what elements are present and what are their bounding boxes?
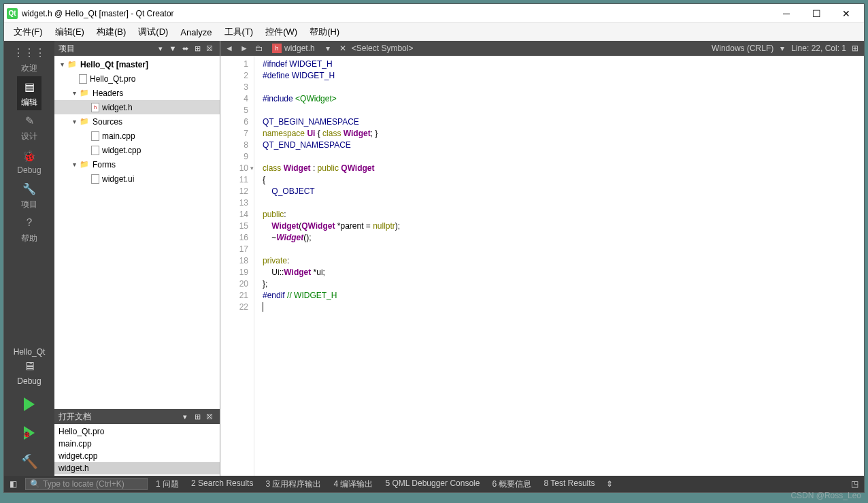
build-button[interactable]: 🔨 xyxy=(4,447,54,476)
expand-arrow-icon[interactable]: ▾ xyxy=(69,161,79,168)
code-line[interactable]: ~Widget(); xyxy=(263,232,864,244)
split-icon[interactable]: ⊞ xyxy=(191,412,203,421)
tree-item[interactable]: main.cpp xyxy=(54,129,220,143)
close-panel-icon[interactable]: ☒ xyxy=(203,44,216,53)
menu-item[interactable]: Analyze xyxy=(175,25,217,40)
progress-icon[interactable]: ◳ xyxy=(848,479,861,489)
link-icon[interactable]: ⬌ xyxy=(179,44,191,53)
mode-selector: ⋮⋮⋮欢迎▤编辑✎设计🐞Debug🔧项目？帮助 Hello_Qt 🖥 Debug… xyxy=(4,41,54,476)
mode-项目[interactable]: 🔧项目 xyxy=(17,178,41,212)
code-line[interactable]: QT_BEGIN_NAMESPACE xyxy=(263,116,864,128)
mode-帮助[interactable]: ？帮助 xyxy=(17,212,41,246)
expand-arrow-icon[interactable]: ▾ xyxy=(69,89,79,97)
mode-编辑[interactable]: ▤编辑 xyxy=(17,76,41,110)
code-line[interactable]: private: xyxy=(263,255,864,267)
close-tab-icon[interactable]: ✕ xyxy=(337,44,349,53)
dropdown-icon[interactable]: ▾ xyxy=(776,44,788,53)
mode-设计[interactable]: ✎设计 xyxy=(17,110,41,144)
mode-Debug[interactable]: 🐞Debug xyxy=(17,144,41,178)
debug-run-button[interactable]: 🐞 xyxy=(4,419,54,447)
code-editor[interactable]: 12345678910▾111213141516171819202122 #if… xyxy=(220,56,864,476)
code-line[interactable] xyxy=(263,244,864,255)
code-line[interactable]: Widget(QWidget *parent = nullptr); xyxy=(263,221,864,232)
output-tab[interactable]: 1 问题 xyxy=(153,478,182,490)
output-tab[interactable]: 6 概要信息 xyxy=(489,478,534,490)
tree-item[interactable]: ▾📁Sources xyxy=(54,114,220,129)
code-content[interactable]: #ifndef WIDGET_H#define WIDGET_H#include… xyxy=(254,56,864,476)
symbol-selector[interactable]: <Select Symbol> xyxy=(352,44,414,53)
tree-item[interactable]: hwidget.h xyxy=(54,100,220,114)
line-ending-selector[interactable]: Windows (CRLF) xyxy=(712,44,773,53)
menu-item[interactable]: 控件(W) xyxy=(260,23,303,41)
expand-arrow-icon[interactable]: ▾ xyxy=(57,61,67,68)
close-panel-icon[interactable]: ☒ xyxy=(203,412,216,421)
open-doc-item[interactable]: widget.cpp xyxy=(54,450,220,462)
code-line[interactable]: #endif // WIDGET_H xyxy=(263,290,864,302)
code-line[interactable]: QT_END_NAMESPACE xyxy=(263,140,864,151)
tree-item[interactable]: widget.cpp xyxy=(54,143,220,157)
code-line[interactable] xyxy=(263,105,864,116)
split-editor-icon[interactable]: ⊞ xyxy=(849,44,861,53)
menu-item[interactable]: 工具(T) xyxy=(219,23,259,41)
code-line[interactable]: { xyxy=(263,174,864,186)
menu-item[interactable]: 调试(D) xyxy=(133,23,173,41)
run-button[interactable] xyxy=(4,390,54,419)
dropdown-icon[interactable]: ▾ xyxy=(322,44,334,53)
open-doc-item[interactable]: widget.h xyxy=(54,462,220,474)
menubar: 文件(F)编辑(E)构建(B)调试(D)Analyze工具(T)控件(W)帮助(… xyxy=(4,23,864,41)
code-line[interactable]: namespace Ui { class Widget; } xyxy=(263,128,864,140)
locator-input[interactable]: 🔍 Type to locate (Ctrl+K) xyxy=(25,478,148,490)
expand-arrow-icon[interactable]: ▾ xyxy=(69,118,79,125)
code-line[interactable]: #define WIDGET_H xyxy=(263,70,864,82)
menu-item[interactable]: 文件(F) xyxy=(8,23,48,41)
tree-item[interactable]: ▾📁Hello_Qt [master] xyxy=(54,57,220,71)
code-line[interactable]: public: xyxy=(263,209,864,221)
tree-item[interactable]: ▾📁Forms xyxy=(54,157,220,172)
dropdown-icon[interactable]: ▾ xyxy=(154,44,167,53)
output-tab[interactable]: 5 QML Debugger Console xyxy=(382,478,482,490)
output-tab[interactable]: 4 编译输出 xyxy=(331,478,375,490)
file-icon xyxy=(91,146,99,155)
mode-欢迎[interactable]: ⋮⋮⋮欢迎 xyxy=(17,42,41,76)
file-icon xyxy=(91,131,99,141)
minimize-button[interactable]: ─ xyxy=(771,4,801,23)
open-docs-header: 打开文档 ▾ ⊞ ☒ xyxy=(54,409,220,424)
project-panel-header: 项目 ▾ ▼ ⬌ ⊞ ☒ xyxy=(54,41,220,56)
search-icon: 🔍 xyxy=(30,479,40,489)
code-line[interactable] xyxy=(263,82,864,93)
file-tab[interactable]: h widget.h xyxy=(268,44,319,53)
code-line[interactable] xyxy=(263,302,864,313)
output-tab[interactable]: 3 应用程序输出 xyxy=(263,478,324,490)
code-line[interactable] xyxy=(263,151,864,163)
open-doc-item[interactable]: main.cpp xyxy=(54,438,220,450)
toggle-sidebar-icon[interactable]: ◧ xyxy=(7,479,20,489)
tree-item[interactable]: Hello_Qt.pro xyxy=(54,71,220,86)
code-line[interactable]: #include <QWidget> xyxy=(263,93,864,105)
code-line[interactable]: class Widget : public QWidget xyxy=(263,163,864,174)
forward-button[interactable]: ► xyxy=(238,44,250,53)
filter-icon[interactable]: ▼ xyxy=(167,44,179,52)
maximize-button[interactable]: ☐ xyxy=(801,4,831,23)
app-icon: Qt xyxy=(7,8,18,19)
output-tab[interactable]: 2 Search Results xyxy=(188,478,256,490)
bookmark-icon[interactable]: 🗀 xyxy=(253,44,265,53)
code-line[interactable]: Q_OBJECT xyxy=(263,186,864,197)
menu-item[interactable]: 编辑(E) xyxy=(50,23,90,41)
code-line[interactable]: Ui::Widget *ui; xyxy=(263,267,864,278)
tree-item[interactable]: widget.ui xyxy=(54,172,220,186)
split-icon[interactable]: ⊞ xyxy=(191,44,203,53)
dropdown-icon[interactable]: ▾ xyxy=(179,412,191,421)
mode-icon: ▤ xyxy=(21,79,37,95)
tree-item[interactable]: ▾📁Headers xyxy=(54,86,220,100)
code-line[interactable] xyxy=(263,197,864,209)
menu-item[interactable]: 构建(B) xyxy=(91,23,131,41)
expand-icon[interactable]: ⇕ xyxy=(603,479,616,489)
close-button[interactable]: ✕ xyxy=(831,4,861,23)
menu-item[interactable]: 帮助(H) xyxy=(304,23,345,41)
code-line[interactable]: #ifndef WIDGET_H xyxy=(263,59,864,70)
output-tab[interactable]: 8 Test Results xyxy=(541,478,597,490)
kit-selector[interactable]: Hello_Qt 🖥 Debug xyxy=(4,343,54,390)
code-line[interactable]: }; xyxy=(263,278,864,290)
back-button[interactable]: ◄ xyxy=(223,44,235,53)
open-doc-item[interactable]: Hello_Qt.pro xyxy=(54,425,220,438)
